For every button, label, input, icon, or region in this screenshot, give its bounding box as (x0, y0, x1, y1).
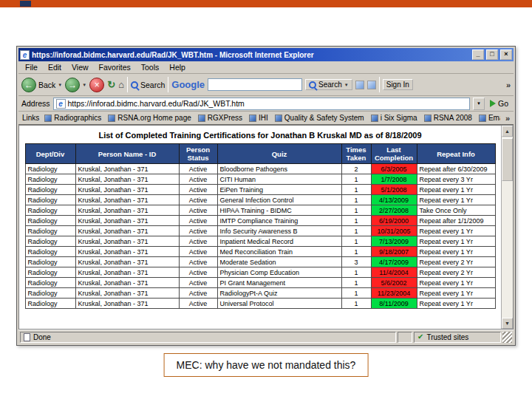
forward-dropdown-icon[interactable]: ▼ (82, 83, 86, 87)
close-button[interactable]: × (500, 50, 512, 60)
google-search-input[interactable] (208, 78, 302, 91)
column-header[interactable]: Quiz (217, 144, 341, 164)
column-header[interactable]: Person Status (179, 144, 217, 164)
menu-item[interactable]: Edit (43, 62, 66, 72)
link-item[interactable]: Email (479, 114, 500, 122)
cell-times-taken: 1 (341, 185, 371, 195)
column-header[interactable]: Repeat Info (417, 144, 495, 164)
cell-dept: Radiology (25, 236, 75, 247)
link-item[interactable]: Radiographics (44, 114, 101, 122)
stop-button[interactable]: × (89, 78, 104, 92)
refresh-button[interactable]: ↻ (107, 78, 115, 92)
cell-quiz: Physician Comp Education (217, 267, 341, 278)
back-dropdown-icon[interactable]: ▼ (58, 83, 62, 87)
cell-name: Kruskal, Jonathan - 371 (75, 288, 179, 299)
cell-name: Kruskal, Jonathan - 371 (75, 216, 179, 226)
table-row: Radiology Kruskal, Jonathan - 371 Active… (25, 185, 495, 195)
home-button[interactable]: ⌂ (118, 78, 124, 92)
google-sign-in-button[interactable]: Sign In (383, 79, 413, 90)
link-item[interactable]: RSNA 2008 (424, 114, 472, 122)
forward-icon: → (65, 78, 80, 92)
status-text: Done (33, 333, 51, 341)
scroll-down-button[interactable]: ▼ (502, 318, 513, 329)
toolbar-separator (168, 77, 168, 92)
minimize-button[interactable]: _ (472, 50, 484, 60)
link-label: i Six Sigma (381, 114, 417, 122)
address-input[interactable]: e https://inforad.bidmc.harvard.edu/Rad/… (53, 98, 470, 110)
forward-button[interactable]: → ▼ (65, 78, 86, 92)
column-header[interactable]: Last Completion (371, 144, 417, 164)
google-tool-icon[interactable] (367, 81, 376, 89)
report-title: List of Completed Training Certification… (19, 131, 501, 140)
maximize-button[interactable]: □ (486, 50, 498, 60)
browser-viewport: List of Completed Training Certification… (18, 125, 514, 330)
table-row: Radiology Kruskal, Jonathan - 371 Active… (25, 195, 495, 205)
cell-last-completion: 6/3/2005 (371, 164, 417, 174)
google-search-dropdown-icon[interactable]: ▼ (344, 83, 349, 87)
cell-dept: Radiology (25, 164, 75, 174)
back-icon: ← (21, 78, 36, 92)
cell-times-taken: 1 (341, 278, 371, 288)
cell-dept: Radiology (25, 257, 75, 267)
cell-quiz: HIPAA Training - BIDMC (217, 205, 341, 216)
link-favicon (249, 115, 256, 122)
menu-item[interactable]: View (66, 62, 94, 72)
google-search-label: Search (318, 81, 342, 89)
cell-times-taken: 1 (341, 267, 371, 278)
link-favicon (198, 115, 205, 122)
vertical-scrollbar[interactable]: ▲ ▼ (501, 126, 513, 329)
cell-status: Active (179, 257, 217, 267)
table-row: Radiology Kruskal, Jonathan - 371 Active… (25, 205, 495, 216)
cell-quiz: Moderate Sedation (217, 257, 341, 267)
security-zone-label: Trusted sites (426, 333, 468, 341)
menu-item[interactable]: Favorites (94, 62, 136, 72)
cell-times-taken: 1 (341, 226, 371, 236)
link-item[interactable]: i Six Sigma (371, 114, 417, 122)
toolbar-overflow-chevron[interactable]: » (506, 81, 511, 89)
scroll-thumb[interactable] (502, 138, 513, 181)
google-logo: Google (171, 79, 205, 90)
google-tool-icon[interactable] (355, 81, 364, 89)
cell-last-completion: 11/23/2004 (371, 288, 417, 299)
link-item[interactable]: RSNA.org Home page (108, 114, 191, 122)
address-dropdown-button[interactable]: ▼ (473, 98, 485, 110)
cell-quiz: Bloodborne Pathogens (217, 164, 341, 174)
cell-status: Active (179, 205, 217, 216)
search-icon (131, 81, 138, 89)
scroll-up-button[interactable]: ▲ (502, 126, 513, 137)
cell-quiz: General Infection Control (217, 195, 341, 205)
back-button[interactable]: ← Back ▼ (21, 78, 62, 92)
google-search-button[interactable]: Search ▼ (305, 79, 352, 90)
link-favicon (108, 115, 115, 122)
cell-times-taken: 1 (341, 174, 371, 185)
cell-status: Active (179, 267, 217, 278)
link-favicon (479, 115, 486, 122)
link-label: Quality & Safety System (284, 114, 364, 122)
status-message-panel: Done (20, 332, 396, 343)
cell-times-taken: 2 (341, 164, 371, 174)
slide-top-accent (20, 1, 31, 7)
table-row: Radiology Kruskal, Jonathan - 371 Active… (25, 164, 495, 174)
menu-item[interactable]: Help (164, 62, 191, 72)
column-header[interactable]: Dept/Div (25, 144, 75, 164)
link-item[interactable]: RGXPress (198, 114, 242, 122)
status-spacer-panel (398, 332, 412, 343)
resize-grip[interactable] (502, 332, 512, 343)
page-content: List of Completed Training Certification… (19, 126, 501, 329)
column-header[interactable]: Times Taken (341, 144, 371, 164)
menu-item[interactable]: File (20, 62, 43, 72)
cell-repeat-info: Repeat every 1 Yr (417, 278, 495, 288)
column-header[interactable]: Person Name - ID (75, 144, 179, 164)
scroll-track[interactable] (502, 137, 513, 318)
address-bar: Address e https://inforad.bidmc.harvard.… (18, 96, 514, 112)
link-label: IHI (259, 114, 268, 122)
search-button[interactable]: Search (131, 81, 165, 89)
go-button[interactable]: Go (488, 99, 511, 108)
cell-status: Active (179, 288, 217, 299)
title-bar[interactable]: e https://inforad.bidmc.harvard.edu/Rad/… (18, 48, 514, 61)
table-body: Radiology Kruskal, Jonathan - 371 Active… (25, 164, 495, 309)
link-item[interactable]: IHI (249, 114, 268, 122)
link-item[interactable]: Quality & Safety System (275, 114, 364, 122)
menu-item[interactable]: Tools (136, 62, 165, 72)
links-overflow-chevron[interactable]: » (505, 114, 510, 123)
